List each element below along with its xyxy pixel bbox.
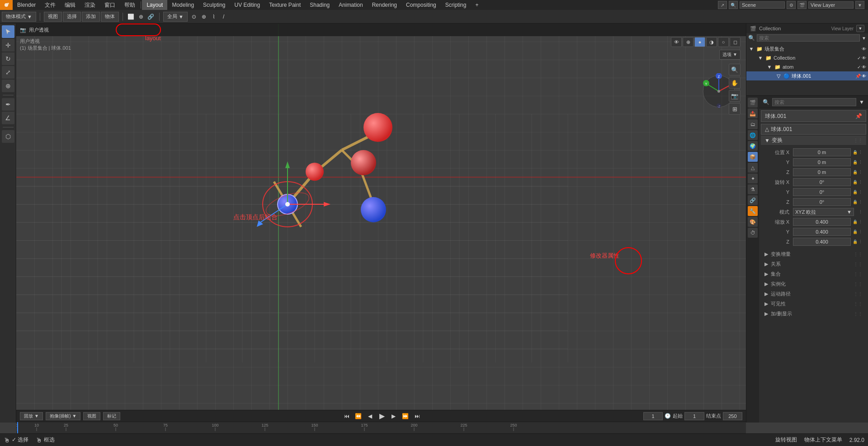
outliner-filter-btn[interactable]: ▼ [856,25,864,32]
object-menu[interactable]: 物体 [101,12,119,22]
delta-transform-header[interactable]: ▶ 变换增量 ⋮⋮ [761,249,866,258]
scale-z-lock[interactable]: 🔒 [853,239,858,244]
pos-x-lock[interactable]: 🔒 [853,150,858,155]
play-back-icon[interactable]: ◀ [366,412,375,421]
props-physics-icon[interactable]: ⚗ [748,184,758,194]
proportional-icon[interactable]: ⊕ [199,12,208,21]
menu-help[interactable]: 帮助 [120,0,140,10]
viewport-shading-material[interactable]: ◑ [706,37,717,47]
viewport-shading-wireframe[interactable]: ◻ [730,37,741,47]
play-icon[interactable]: ▶ [377,412,387,421]
vis-icon-eye-3[interactable]: 👁 [862,65,866,70]
scale-y-chain[interactable]: ⋮ [859,230,863,234]
current-frame-field[interactable]: 1 [643,412,663,420]
props-filter-icon[interactable]: ▼ [859,99,864,105]
rot-y-chain[interactable]: ⋮ [859,190,863,194]
timeline-ruler[interactable]: 1 10 25 50 75 100 125 150 175 200 [16,422,746,434]
add-menu[interactable]: 添加 [82,12,100,22]
props-constraints-icon[interactable]: 🔗 [748,195,758,205]
transform-tool-btn[interactable]: ⊕ [2,80,14,92]
viewport-mode-toggle[interactable]: 📷 [20,27,26,33]
vis-icon-eye-2[interactable]: 👁 [862,56,866,61]
tab-modeling[interactable]: Modeling [167,0,198,10]
grid-icon[interactable]: ⌇ [209,12,218,21]
scale-x-lock[interactable]: 🔒 [853,220,858,224]
props-scene-icon[interactable]: 🌐 [748,130,758,140]
position-z-field[interactable]: 0 m [793,168,851,176]
scale-y-field[interactable]: 0.400 [793,228,851,236]
menu-render[interactable]: 渲染 [80,0,100,10]
move-tool-btn[interactable]: ✛ [2,39,14,52]
props-world-icon[interactable]: 🌍 [748,141,758,151]
custom-props-header[interactable]: ▶ 加/删显示 ⋮⋮ [761,309,866,318]
viewport-icon[interactable]: 🔍 [729,1,738,9]
snap-icon[interactable]: 🔗 [146,12,156,21]
position-x-field[interactable]: 0 m [793,148,851,156]
viewport-mode-label[interactable]: 用户透视 [29,27,49,33]
scale-z-field[interactable]: 0.400 [793,238,851,246]
outliner-search-input[interactable] [757,34,860,42]
position-y-field[interactable]: 0 m [793,158,851,166]
view-menu[interactable]: 视图 [44,12,62,22]
tab-rendering[interactable]: Rendering [368,0,401,10]
rotation-z-field[interactable]: 0° [793,198,851,206]
visibility-header[interactable]: ▶ 可见性 ⋮⋮ [761,299,866,308]
pos-z-chain[interactable]: ⋮ [859,170,863,174]
props-output-icon[interactable]: 📤 [748,108,758,118]
tab-scripting[interactable]: Scripting [441,0,471,10]
viewport-shading-solid[interactable]: ● [694,37,705,47]
timeline-playhead[interactable] [17,422,18,434]
rot-z-lock[interactable]: 🔒 [853,200,858,204]
rotation-x-field[interactable]: 0° [793,178,851,186]
play-start-icon[interactable]: ⏮ [342,412,351,421]
gizmo-btn[interactable]: ⊕ [683,37,693,47]
grid-view-tool[interactable]: ⊞ [729,103,741,115]
start-frame-field[interactable]: 1 [684,412,704,420]
prev-frame-icon[interactable]: ⏪ [354,412,363,421]
props-shader-icon[interactable]: 🎨 [748,217,758,227]
transform-header[interactable]: ▼ 变换 ⋮⋮ [761,136,866,146]
instancing-header[interactable]: ▶ 实例化 ⋮⋮ [761,279,866,288]
cube-add-btn[interactable]: ⬡ [2,130,14,143]
vis-icon-eye[interactable]: 👁 [862,47,866,52]
props-search-input[interactable] [772,98,856,106]
rot-x-chain[interactable]: ⋮ [859,180,863,184]
play-end-icon[interactable]: ⏭ [413,412,422,421]
rot-y-lock[interactable]: 🔒 [853,190,858,194]
outliner-item-atom[interactable]: ▼ 📁 atom ✓ 👁 [746,62,868,71]
playback-btn[interactable]: 固放 ▼ [20,412,43,420]
next-frame-icon[interactable]: ⏩ [401,412,410,421]
filter-icon[interactable]: ▼ [855,1,864,9]
pos-z-lock[interactable]: 🔒 [853,170,858,174]
props-object-name-field[interactable]: 球体.001 📌 [761,110,866,122]
menu-blender[interactable]: Blender [13,0,40,10]
snap-toggle-icon[interactable]: ⊙ [189,12,198,21]
pos-y-lock[interactable]: 🔒 [853,160,858,164]
slash-icon[interactable]: / [219,12,228,21]
select-box-icon[interactable]: ⬜ [127,12,136,21]
props-object-icon[interactable]: 📦 [748,152,758,162]
viewport-3d[interactable]: 📷 用户透视 用户透视 (1) 场景集合 | 球体.001 X Y [16,23,746,423]
tab-uv-editing[interactable]: UV Editing [230,0,264,10]
props-particles-icon[interactable]: ✦ [748,174,758,183]
overlay-dropdown[interactable]: 👁 [671,37,682,47]
annotate-tool-btn[interactable]: ✒ [2,98,14,111]
view-layer-input[interactable] [808,1,854,9]
rotation-y-field[interactable]: 0° [793,188,851,196]
outliner-item-scene-collection[interactable]: ▼ 📁 场景集合 👁 [746,44,868,53]
scale-x-chain[interactable]: ⋮ [859,220,863,224]
collections-header[interactable]: ▶ 集合 ⋮⋮ [761,269,866,278]
measure-tool-btn[interactable]: ∠ [2,112,14,124]
pos-y-chain[interactable]: ⋮ [859,160,863,164]
end-frame-field[interactable]: 250 [723,412,742,420]
pos-x-chain[interactable]: ⋮ [859,150,863,155]
rot-z-chain[interactable]: ⋮ [859,200,863,204]
tab-animation[interactable]: Animation [334,0,367,10]
engine-icon[interactable]: ⚙ [787,1,796,9]
global-btn[interactable]: 全局 ▼ [163,12,188,22]
rot-x-lock[interactable]: 🔒 [853,180,858,184]
pin-icon[interactable]: 📌 [855,74,861,79]
scale-tool-btn[interactable]: ⤢ [2,66,14,79]
props-anim-icon[interactable]: ⏱ [748,228,758,238]
outliner-item-sphere[interactable]: ▽ 🔵 球体.001 📌 👁 [746,71,868,80]
